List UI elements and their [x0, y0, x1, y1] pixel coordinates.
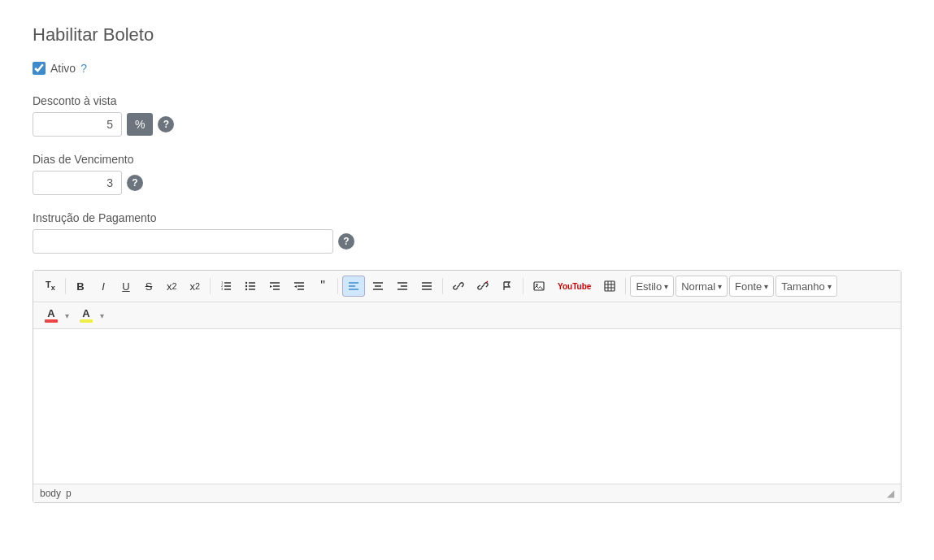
fonte-dropdown[interactable]: Fonte ▾	[729, 276, 774, 297]
vencimento-input[interactable]	[33, 171, 122, 195]
normal-dropdown[interactable]: Normal ▾	[676, 276, 728, 297]
ativo-help-link[interactable]: ?	[80, 62, 87, 75]
svg-rect-37	[605, 281, 615, 291]
font-color-dropdown-arrow[interactable]: ▾	[65, 311, 69, 320]
align-justify-button[interactable]	[415, 276, 438, 297]
vencimento-input-row: ?	[33, 171, 901, 195]
desconto-field-group: Desconto à vista % ?	[33, 94, 901, 137]
instrucao-help-icon[interactable]: ?	[338, 233, 354, 250]
svg-line-32	[458, 285, 460, 288]
image-button[interactable]	[528, 276, 550, 297]
desconto-label: Desconto à vista	[33, 94, 901, 107]
bold-button[interactable]: B	[70, 276, 91, 297]
instrucao-field-group: Instrução de Pagamento ?	[33, 211, 901, 254]
toolbar-separator-6	[625, 278, 626, 294]
strikethrough-button[interactable]: S	[138, 276, 159, 297]
link-button[interactable]	[447, 276, 470, 297]
svg-point-10	[245, 285, 247, 287]
resize-handle-icon[interactable]: ◢	[887, 488, 894, 499]
subscript-button[interactable]: x2	[161, 276, 183, 297]
bg-color-dropdown-arrow[interactable]: ▾	[100, 311, 104, 320]
indent-more-button[interactable]	[263, 276, 286, 297]
page-title: Habilitar Boleto	[33, 24, 901, 46]
vencimento-help-icon[interactable]: ?	[127, 175, 143, 191]
ativo-row: Ativo?	[33, 62, 901, 75]
clear-format-button[interactable]: Tx	[40, 276, 61, 297]
svg-point-11	[245, 289, 247, 290]
blockquote-button[interactable]: "	[312, 276, 333, 297]
svg-point-9	[245, 282, 247, 284]
superscript-button[interactable]: x2	[185, 276, 206, 297]
toolbar-separator-3	[337, 278, 338, 294]
video-button[interactable]: YouTube	[552, 276, 597, 297]
unordered-list-button[interactable]	[239, 276, 262, 297]
align-left-button[interactable]	[342, 276, 365, 297]
svg-line-34	[486, 281, 488, 283]
desconto-help-icon[interactable]: ?	[158, 116, 174, 132]
svg-point-36	[536, 284, 537, 285]
vencimento-label: Dias de Vencimento	[33, 153, 901, 166]
svg-text:3: 3	[221, 287, 224, 291]
align-right-button[interactable]	[391, 276, 414, 297]
footer-p-label: p	[66, 488, 72, 499]
estilo-dropdown[interactable]: Estilo ▾	[630, 276, 674, 297]
toolbar-separator-1	[65, 278, 66, 294]
toolbar-row-1: Tx B I U S x2 x2 123	[33, 271, 901, 302]
bg-color-button[interactable]: A	[75, 306, 98, 325]
toolbar-separator-2	[210, 278, 211, 294]
italic-button[interactable]: I	[93, 276, 114, 297]
flag-button[interactable]	[496, 276, 519, 297]
ativo-label: Ativo	[50, 62, 76, 75]
font-color-bar	[45, 319, 58, 323]
editor-body[interactable]	[33, 329, 901, 484]
estilo-arrow-icon: ▾	[664, 282, 668, 291]
svg-marker-19	[294, 285, 297, 288]
percent-badge: %	[127, 113, 153, 136]
instrucao-input[interactable]	[33, 229, 333, 254]
page-container: Habilitar Boleto Ativo? Desconto à vista…	[0, 0, 934, 560]
indent-less-button[interactable]	[288, 276, 311, 297]
editor-container: Tx B I U S x2 x2 123	[33, 270, 901, 503]
footer-body-label: body	[40, 488, 61, 499]
fonte-arrow-icon: ▾	[764, 282, 768, 291]
vencimento-field-group: Dias de Vencimento ?	[33, 153, 901, 195]
toolbar-separator-4	[442, 278, 443, 294]
instrucao-input-row: ?	[33, 229, 901, 254]
desconto-input-row: % ?	[33, 112, 901, 137]
tamanho-dropdown[interactable]: Tamanho ▾	[775, 276, 836, 297]
align-center-button[interactable]	[367, 276, 389, 297]
estilo-label: Estilo	[636, 280, 662, 293]
normal-arrow-icon: ▾	[718, 282, 722, 291]
instrucao-label: Instrução de Pagamento	[33, 211, 901, 224]
editor-footer-text: body p	[40, 488, 72, 499]
font-color-button[interactable]: A	[40, 306, 63, 325]
table-button[interactable]	[598, 276, 621, 297]
fonte-label: Fonte	[735, 280, 762, 293]
toolbar-separator-5	[523, 278, 523, 294]
underline-button[interactable]: U	[115, 276, 137, 297]
tamanho-label: Tamanho	[781, 280, 824, 293]
tamanho-arrow-icon: ▾	[828, 282, 832, 291]
ordered-list-button[interactable]: 123	[215, 276, 237, 297]
svg-line-33	[482, 285, 484, 288]
bg-color-bar	[80, 319, 93, 323]
unlink-button[interactable]	[471, 276, 494, 297]
ativo-checkbox[interactable]	[33, 62, 46, 75]
normal-label: Normal	[681, 280, 715, 293]
desconto-input[interactable]	[33, 112, 122, 137]
svg-marker-15	[270, 285, 272, 288]
toolbar-row-2: A ▾ A ▾	[33, 302, 901, 329]
editor-footer: body p ◢	[33, 484, 901, 502]
